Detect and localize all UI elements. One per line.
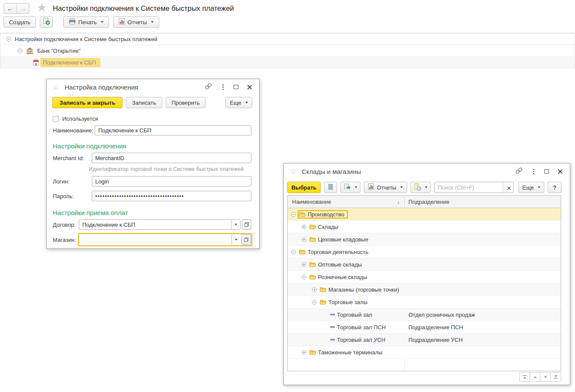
go-first-button[interactable] [519,372,530,382]
go-last-button[interactable] [550,372,561,382]
table-row[interactable]: Магазины (торговые точки) [288,283,561,296]
password-field [92,191,251,201]
tree-row-root[interactable]: Настройки подключения к Системе быстрых … [0,33,575,45]
choose-dropdown-button[interactable] [231,220,240,229]
table-row[interactable]: Торговые залы [288,296,561,308]
clear-search-button[interactable] [503,182,513,193]
maximize-icon[interactable] [234,85,238,89]
back-button[interactable]: ← [4,3,16,13]
reports-label: Отчеты [377,184,396,191]
forward-button[interactable]: → [16,3,29,13]
link-icon[interactable] [204,83,212,91]
select-button[interactable]: Выбрать [287,182,321,193]
reports-button[interactable]: Отчеты [113,16,159,28]
more-button[interactable]: Еще [518,182,544,193]
more-button[interactable]: Еще [225,97,252,108]
save-close-button[interactable]: Записать и закрыть [52,97,122,108]
connections-tree: Настройки подключения к Системе быстрых … [0,33,575,68]
name-box: Торговый зал ПСН [329,323,389,331]
favorite-star-icon[interactable]: ☆ [290,167,296,176]
save-button[interactable]: Записать [126,97,162,108]
check-button[interactable]: Проверить [166,97,206,108]
triangle-down-icon [544,376,547,378]
login-input[interactable] [92,177,251,186]
table-row[interactable]: Склады [288,221,561,233]
printer-icon [69,18,76,26]
row-name: Торговый зал УСН [337,337,385,343]
expander-icon[interactable] [291,250,296,254]
collapse-icon[interactable] [6,37,11,42]
go-previous-button[interactable] [530,372,540,382]
move-item-button[interactable] [341,182,360,193]
window-titlebar: ☆ Склады и магазины [284,164,570,179]
reports-button[interactable]: Отчеты [364,182,407,193]
row-icon [309,274,316,280]
name-box: Оптовые склады [308,260,365,269]
table-row[interactable]: Торговая деятельность [288,246,561,258]
folder-icon [309,224,316,229]
shop-input[interactable] [79,235,231,245]
column-name-label: Наименование [292,199,331,205]
table-row[interactable]: Таможенные терминалы [288,346,561,359]
more-label: Еще [522,184,533,191]
tree-row-bank[interactable]: Банк "Открытие" [0,45,575,57]
password-input[interactable] [92,191,251,201]
name-input[interactable] [95,125,251,135]
collapse-icon[interactable] [18,48,22,53]
contract-input[interactable] [79,220,231,229]
favorite-star-icon[interactable]: ☆ [53,83,59,92]
login-label: Логин: [53,178,70,185]
folder-icon [309,350,316,355]
maximize-icon[interactable] [544,169,549,174]
history-button[interactable] [411,182,430,193]
help-button[interactable]: ? [548,182,562,193]
table-row[interactable]: Торговый зал Отдел розничных продаж [288,308,561,321]
table-row[interactable]: Цеховые кладовые [288,233,561,246]
print-button[interactable]: Печать [63,16,109,28]
table-row[interactable]: Розничные склады [288,271,561,283]
merchant-input[interactable] [92,153,251,163]
expander-icon[interactable] [302,262,306,267]
tree-row-sbp-connection[interactable]: Подключение к СБП [0,57,575,68]
open-button[interactable] [241,235,251,245]
column-header-department[interactable]: Подразделение [405,199,561,205]
menu-dots-icon[interactable] [533,171,534,172]
row-icon [330,326,335,328]
name-box: Склады [308,223,342,231]
list-icon [328,184,333,191]
name-cell: Торговые залы [288,296,405,308]
warehouse-table: Наименование ↓ Подразделение Производ [287,195,561,371]
create-group-button[interactable] [40,16,53,28]
favorites-star-icon[interactable]: ★ [37,1,47,14]
name-box: Цеховые кладовые [308,235,372,244]
table-row[interactable]: Торговый зал УСН Подразделение УСН [288,334,561,346]
close-icon[interactable] [557,169,563,174]
folder-icon [320,287,326,292]
search-input[interactable] [435,184,503,191]
dropdown-arrow-icon [235,239,238,241]
dropdown-arrow-icon [425,186,427,188]
list-view-button[interactable] [324,182,337,193]
close-icon[interactable] [247,84,252,90]
table-row[interactable]: Оптовые склады [288,258,561,271]
expander-icon[interactable] [302,275,306,280]
expander-icon[interactable] [302,237,306,242]
name-cell: Торговый зал УСН [288,334,405,346]
table-row[interactable]: Торговый зал ПСН Подразделение ПСН [288,321,561,334]
expander-icon[interactable] [302,350,306,355]
table-row[interactable]: Производство [288,208,561,221]
go-next-button[interactable] [540,372,551,382]
create-button[interactable]: Создать [3,16,36,28]
choose-dropdown-button[interactable] [231,235,241,245]
expander-icon[interactable] [291,212,296,217]
expander-icon[interactable] [312,287,317,292]
column-header-name[interactable]: Наименование ↓ [288,196,405,208]
name-cell: Склады [288,221,405,233]
open-button[interactable] [242,219,251,230]
menu-dots-icon[interactable] [222,87,224,88]
used-checkbox[interactable] [53,116,59,122]
expander-icon[interactable] [312,300,317,305]
expander-icon[interactable] [302,225,306,229]
link-icon[interactable] [515,167,523,176]
row-name: Розничные склады [318,274,367,280]
